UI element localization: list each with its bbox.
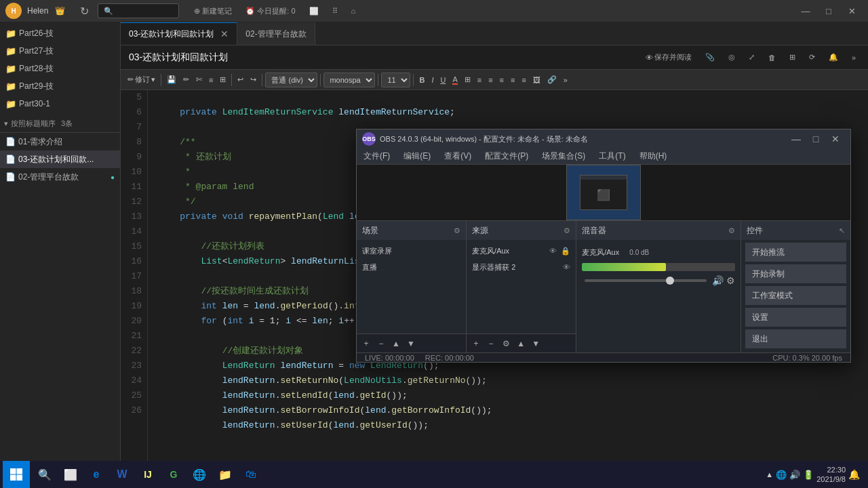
size-select[interactable]: 11 [381,73,410,87]
layout-button[interactable]: ⬜ [305,5,323,17]
obs-mixer-vol-slider[interactable] [585,279,707,282]
visible-icon[interactable]: 👁 [549,247,557,255]
taskbar-explorer-icon[interactable]: 📁 [213,462,237,487]
tray-speaker-icon[interactable]: 🔊 [789,470,800,480]
taskbar-clock[interactable]: 22:30 2021/9/8 [816,465,846,485]
obs-maximize-button[interactable]: □ [806,129,825,148]
obs-menu-tools[interactable]: 工具(T) [592,148,632,165]
list-ordered-button[interactable]: ≡ [519,72,528,88]
tab-close-icon[interactable]: ✕ [220,29,229,39]
obs-minimize-button[interactable]: — [787,129,806,148]
more-format-button[interactable]: ⊞ [462,72,473,88]
redo-button[interactable]: ↪ [248,72,259,88]
sidebar-folder-part27[interactable]: 📁 Part27-技 [0,42,120,60]
notification-button[interactable]: 🔔 [825,52,842,63]
obs-scene-remove[interactable]: − [374,337,388,350]
cut-button[interactable]: ✄ [193,72,205,88]
italic-button[interactable]: I [429,72,436,88]
underline-button[interactable]: U [437,72,448,88]
sidebar-item-01[interactable]: 📄 01-需求介绍 [0,133,120,150]
obs-menu-scene-collection[interactable]: 场景集合(S) [535,148,592,165]
sidebar-item-03[interactable]: 📄 03-还款计划和回款... [0,150,120,168]
minimize-button[interactable]: — [795,1,816,20]
taskbar-chrome-icon[interactable]: 🌐 [187,462,212,487]
align-left-button[interactable]: ≡ [475,72,484,88]
target-button[interactable]: ◎ [724,52,739,63]
sidebar-folder-part30[interactable]: 📁 Part30-1 [0,95,120,113]
align-right-button[interactable]: ≡ [497,72,507,88]
obs-studio-mode-button[interactable]: 工作室模式 [745,286,846,305]
obs-menu-help[interactable]: 帮助(H) [633,148,674,165]
obs-source-remove[interactable]: − [484,337,498,350]
taskbar-search-icon[interactable]: 🔍 [33,462,57,487]
obs-source-down[interactable]: ▼ [529,337,542,350]
bold-button[interactable]: B [416,72,427,88]
tray-battery-icon[interactable]: 🔋 [803,470,814,480]
taskbar-edge-icon[interactable]: e [84,462,108,487]
obs-scene-up[interactable]: ▲ [389,337,403,350]
sidebar-folder-part29[interactable]: 📁 Part29-技 [0,77,120,95]
obs-exit-button[interactable]: 退出 [745,329,846,348]
refresh-icon[interactable]: ↻ [76,3,92,19]
obs-menu-view[interactable]: 查看(V) [437,148,478,165]
obs-source-item-display[interactable]: 显示器捕获 2 👁 [469,259,573,275]
font-color-button[interactable]: A [450,72,460,88]
sidebar-group-header[interactable]: ▾ 按照标题顺序 3条 [0,115,120,133]
insert-link-button[interactable]: 🔗 [545,72,559,88]
list-unordered-button[interactable]: ≡ [508,72,517,88]
insert-image-button[interactable]: 🖼 [530,72,543,88]
obs-source-up[interactable]: ▲ [514,337,528,350]
align-center-button[interactable]: ≡ [486,72,495,88]
taskbar-app-icon[interactable]: G [161,462,186,487]
format-select[interactable]: 普通 (div) [265,73,317,87]
apps-button[interactable]: ⠿ [328,5,342,17]
obs-mixer-vol-thumb[interactable] [666,277,674,285]
save-read-button[interactable]: 👁 保存并阅读 [642,51,696,64]
format-button[interactable]: ≡ [206,72,216,88]
start-button[interactable] [3,461,30,488]
obs-start-stream-button[interactable]: 开始推流 [745,243,846,262]
sidebar-item-02[interactable]: 📄 02-管理平台故款 ● [0,168,120,186]
taskbar-intellij-icon[interactable]: IJ [136,462,160,487]
obs-scene-down[interactable]: ▼ [404,337,418,350]
obs-source-add[interactable]: + [469,337,483,350]
tray-up-arrow[interactable]: ▲ [766,470,773,479]
more-tools-button[interactable]: » [561,72,570,88]
obs-settings-button[interactable]: 设置 [745,308,846,327]
sidebar-folder-part26[interactable]: 📁 Part26-技 [0,24,120,42]
obs-source-settings[interactable]: ⚙ [499,337,513,350]
obs-menu-profile[interactable]: 配置文件(P) [478,148,535,165]
edit-button[interactable]: ✏ [180,72,192,88]
notifications-icon[interactable]: 🔔 [848,469,860,480]
tray-network-icon[interactable]: 🌐 [776,470,787,480]
sidebar-folder-part28[interactable]: 📁 Part28-技 [0,60,120,77]
taskbar-store-icon[interactable]: 🛍 [239,462,263,487]
more-button[interactable]: » [848,52,860,63]
obs-start-record-button[interactable]: 开始录制 [745,264,846,283]
settings-icon-2[interactable]: ⚙ [726,275,735,286]
reminder-button[interactable]: ⏰ 今日提醒: 0 [241,5,299,18]
obs-menu-edit[interactable]: 编辑(E) [397,148,437,165]
maximize-button[interactable]: □ [818,1,840,20]
tab-03[interactable]: 03-还款计划和回款计划 ✕ [121,22,237,45]
lock-icon-3[interactable]: 🔒 [561,247,570,256]
taskbar-word-icon[interactable]: W [110,462,134,487]
obs-scene-item-classroom[interactable]: 课室录屏 [359,243,463,259]
obs-scene-item-broadcast[interactable]: 直播 [359,259,463,275]
share-button[interactable]: ⤢ [745,52,759,63]
obs-close-button[interactable]: ✕ [826,129,845,148]
modify-button[interactable]: ✏ 修订 ▾ [125,72,158,88]
save-button[interactable]: 💾 [164,72,179,88]
delete-button[interactable]: 🗑 [764,52,780,63]
new-note-button[interactable]: ⊕ 新建笔记 [190,5,236,18]
close-button[interactable]: ✕ [841,1,863,20]
obs-source-item-mic[interactable]: 麦克风/Aux 👁 🔒 [469,243,573,259]
table-button[interactable]: ⊞ [217,72,229,88]
undo-button[interactable]: ↩ [235,72,246,88]
paperclip-button[interactable]: 📎 [701,52,719,63]
sync-button[interactable]: ⟳ [805,52,819,63]
search-bar[interactable]: 🔍 [98,3,179,18]
obs-menu-file[interactable]: 文件(F) [357,148,397,165]
obs-scene-add[interactable]: + [359,337,373,350]
taskbar-task-view-icon[interactable]: ⬜ [58,462,83,487]
